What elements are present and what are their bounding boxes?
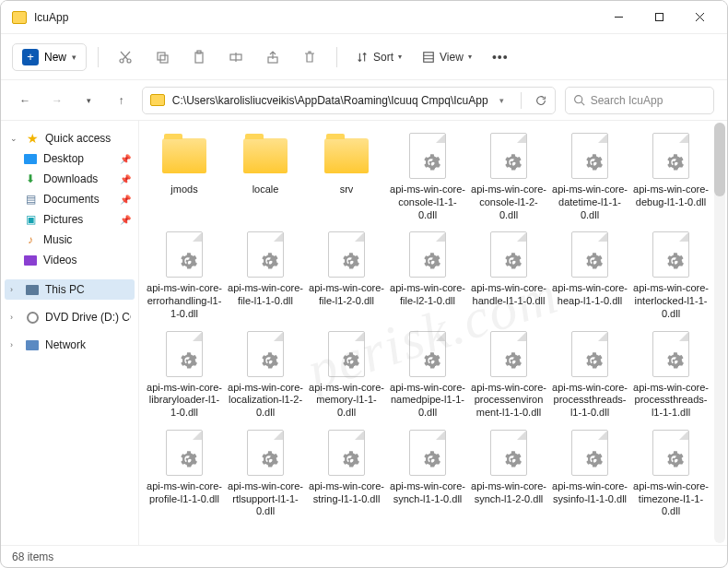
file-item[interactable]: api-ms-win-core-interlocked-l1-1-0.dll: [631, 229, 710, 322]
dll-icon: [247, 231, 284, 278]
back-button[interactable]: ←: [14, 89, 37, 112]
pin-icon: 📌: [120, 195, 131, 205]
delete-button[interactable]: [294, 41, 325, 73]
file-item[interactable]: api-ms-win-core-libraryloader-l1-1-0.dll: [145, 328, 224, 421]
item-label: api-ms-win-core-errorhandling-l1-1-0.dll: [147, 282, 222, 320]
status-bar: 68 items: [1, 545, 727, 567]
chevron-down-icon[interactable]: ▾: [77, 89, 100, 112]
file-item[interactable]: api-ms-win-core-processenvironment-l1-1-…: [469, 328, 548, 421]
toolbar: + New ▾ Sort ▾ View ▾ •••: [1, 34, 727, 80]
sidebar-dvd-drive[interactable]: › DVD Drive (D:) CCCC: [5, 307, 135, 327]
folder-item[interactable]: locale: [226, 130, 305, 223]
new-button[interactable]: + New ▾: [12, 43, 87, 71]
sidebar-item-desktop[interactable]: Desktop 📌: [5, 148, 135, 169]
forward-button[interactable]: →: [46, 89, 69, 112]
file-item[interactable]: api-ms-win-core-file-l2-1-0.dll: [388, 229, 467, 322]
file-item[interactable]: api-ms-win-core-profile-l1-1-0.dll: [145, 427, 224, 520]
folder-item[interactable]: srv: [307, 130, 386, 223]
file-item[interactable]: api-ms-win-core-errorhandling-l1-1-0.dll: [145, 229, 224, 322]
chevron-down-icon: ▾: [72, 53, 76, 62]
sidebar-this-pc[interactable]: › This PC: [5, 279, 135, 300]
file-item[interactable]: api-ms-win-core-console-l1-1-0.dll: [388, 130, 467, 223]
more-button[interactable]: •••: [485, 41, 516, 73]
file-item[interactable]: api-ms-win-core-console-l1-2-0.dll: [469, 130, 548, 223]
up-button[interactable]: ↑: [110, 89, 133, 112]
dll-icon: [571, 133, 608, 179]
sidebar-item-videos[interactable]: Videos: [5, 250, 135, 270]
file-item[interactable]: api-ms-win-core-string-l1-1-0.dll: [307, 427, 386, 520]
scrollbar-thumb[interactable]: [714, 123, 725, 196]
dll-icon: [328, 430, 365, 476]
item-label: api-ms-win-core-rtlsupport-l1-1-0.dll: [228, 480, 303, 518]
item-label: api-ms-win-core-memory-l1-1-0.dll: [309, 382, 384, 420]
item-label: api-ms-win-core-file-l2-1-0.dll: [390, 282, 465, 308]
file-list[interactable]: jmodslocalesrvapi-ms-win-core-console-l1…: [139, 121, 727, 545]
minimize-button[interactable]: [598, 3, 639, 32]
file-item[interactable]: api-ms-win-core-file-l1-2-0.dll: [307, 229, 386, 322]
chevron-right-icon[interactable]: ›: [10, 285, 19, 294]
item-label: api-ms-win-core-handle-l1-1-0.dll: [471, 282, 546, 308]
dll-icon: [166, 430, 203, 476]
address-bar: ← → ▾ ↑ C:\Users\karolisliucveikis\AppDa…: [1, 80, 727, 121]
disc-icon: [27, 312, 39, 324]
dll-icon: [490, 231, 527, 278]
chevron-right-icon[interactable]: ›: [10, 313, 19, 322]
file-item[interactable]: api-ms-win-core-localization-l1-2-0.dll: [226, 328, 305, 421]
file-item[interactable]: api-ms-win-core-processthreads-l1-1-0.dl…: [550, 328, 629, 421]
sort-label: Sort: [373, 51, 393, 64]
file-item[interactable]: api-ms-win-core-memory-l1-1-0.dll: [307, 328, 386, 421]
item-label: api-ms-win-core-synch-l1-1-0.dll: [390, 480, 465, 506]
view-button[interactable]: View ▾: [415, 51, 479, 64]
view-icon: [422, 51, 435, 64]
address-input[interactable]: C:\Users\karolisliucveikis\AppData\Roami…: [142, 87, 556, 114]
close-button[interactable]: [679, 3, 720, 32]
file-item[interactable]: api-ms-win-core-rtlsupport-l1-1-0.dll: [226, 427, 305, 520]
sidebar-item-pictures[interactable]: ▣ Pictures 📌: [5, 209, 135, 230]
separator: [98, 47, 99, 67]
file-item[interactable]: api-ms-win-core-synch-l1-1-0.dll: [388, 427, 467, 520]
sidebar-item-downloads[interactable]: ⬇ Downloads 📌: [5, 169, 135, 189]
separator: [336, 47, 337, 67]
dll-icon: [652, 430, 689, 476]
sidebar-item-documents[interactable]: ▤ Documents 📌: [5, 189, 135, 209]
file-item[interactable]: api-ms-win-core-namedpipe-l1-1-0.dll: [388, 328, 467, 421]
sort-button[interactable]: Sort ▾: [348, 51, 409, 64]
file-item[interactable]: api-ms-win-core-file-l1-1-0.dll: [226, 229, 305, 322]
dll-icon: [409, 231, 446, 278]
paste-button[interactable]: [183, 41, 215, 73]
item-label: api-ms-win-core-debug-l1-1-0.dll: [633, 183, 709, 209]
chevron-right-icon[interactable]: ›: [10, 340, 19, 349]
file-item[interactable]: api-ms-win-core-timezone-l1-1-0.dll: [631, 427, 710, 520]
chevron-down-icon[interactable]: ⌄: [10, 134, 19, 143]
dll-icon: [571, 231, 608, 278]
maximize-button[interactable]: [639, 3, 679, 32]
dll-icon: [571, 331, 608, 377]
scrollbar[interactable]: [714, 123, 725, 543]
item-label: api-ms-win-core-file-l1-2-0.dll: [309, 282, 384, 308]
sidebar-network[interactable]: › Network: [5, 335, 135, 355]
folder-item[interactable]: jmods: [145, 130, 224, 223]
chevron-down-icon[interactable]: ▾: [496, 96, 508, 105]
copy-button[interactable]: [147, 41, 178, 73]
file-item[interactable]: api-ms-win-core-datetime-l1-1-0.dll: [550, 130, 629, 223]
item-label: api-ms-win-core-localization-l1-2-0.dll: [228, 382, 303, 420]
rename-button[interactable]: [220, 41, 252, 73]
search-input[interactable]: Search IcuApp: [565, 87, 714, 114]
file-item[interactable]: api-ms-win-core-debug-l1-1-0.dll: [631, 130, 710, 223]
file-item[interactable]: api-ms-win-core-synch-l1-2-0.dll: [469, 427, 548, 520]
sort-icon: [356, 51, 369, 64]
refresh-icon[interactable]: [534, 94, 547, 107]
share-button[interactable]: [257, 41, 288, 73]
file-item[interactable]: api-ms-win-core-heap-l1-1-0.dll: [550, 229, 629, 322]
file-item[interactable]: api-ms-win-core-handle-l1-1-0.dll: [469, 229, 548, 322]
cut-button[interactable]: [110, 41, 141, 73]
file-item[interactable]: api-ms-win-core-processthreads-l1-1-1.dl…: [631, 328, 710, 421]
file-item[interactable]: api-ms-win-core-sysinfo-l1-1-0.dll: [550, 427, 629, 520]
item-label: api-ms-win-core-processenvironment-l1-1-…: [471, 382, 546, 420]
address-path: C:\Users\karolisliucveikis\AppData\Roami…: [172, 94, 488, 107]
item-label: api-ms-win-core-namedpipe-l1-1-0.dll: [390, 382, 465, 420]
sidebar-item-music[interactable]: ♪ Music: [5, 230, 135, 250]
sidebar-quick-access[interactable]: ⌄ ★ Quick access: [5, 128, 135, 148]
pin-icon: 📌: [120, 215, 131, 225]
titlebar[interactable]: IcuApp: [1, 1, 727, 34]
